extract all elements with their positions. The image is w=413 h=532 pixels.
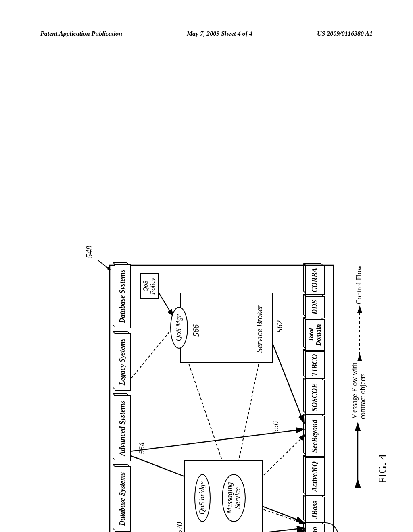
box-seebeyond: SeeBeyond [305,416,325,457]
ref-562: 562 [275,320,284,332]
qos-mgr-right: QoS Mgr [170,307,188,349]
top-database-systems-2: Database Systems [115,264,131,328]
ref-556: 556 [271,421,280,433]
ref-548: 548 [85,246,94,258]
header-left: Patent Application Publication [40,30,122,37]
box-fiorano: Fiorano [305,524,325,532]
svg-line-13 [269,335,304,423]
legend-msgflow: Message Flow with contract objects [351,362,367,419]
ref-566: 566 [192,324,201,337]
box-activemq: ActiveMQ [305,457,325,496]
box-soscoe: SOSCOE [305,380,325,415]
svg-line-16 [129,328,172,381]
figure-label: FIG. 4 [376,454,389,484]
svg-line-9 [181,343,229,480]
box-dds: DDS [305,296,325,318]
legend-ctrlflow: Control Flow [355,265,363,304]
box-tibco: TIBCO [305,351,325,379]
ref-554: 554 [137,442,146,454]
qos-policy-right: QoS Policy [140,273,159,299]
sb-right-label: Service Broker [255,305,264,353]
box-corba: CORBA [305,265,325,295]
box-totaldomain: Total Domain [305,319,325,351]
top-advanced-systems-2: Advanced Systems [115,395,131,461]
header-center: May 7, 2009 Sheet 4 of 4 [187,30,252,37]
qos-bridge: QoS bridge [194,474,211,522]
header-right: US 2009/0116380 A1 [317,30,373,37]
messaging-service: Messaging Service [222,474,246,522]
top-database-systems-1: Database Systems [115,466,131,532]
ref-570: 570 [175,522,184,532]
box-jboss: JBoss [305,497,325,523]
top-legacy-systems-2: Legacy Systems [115,333,131,391]
